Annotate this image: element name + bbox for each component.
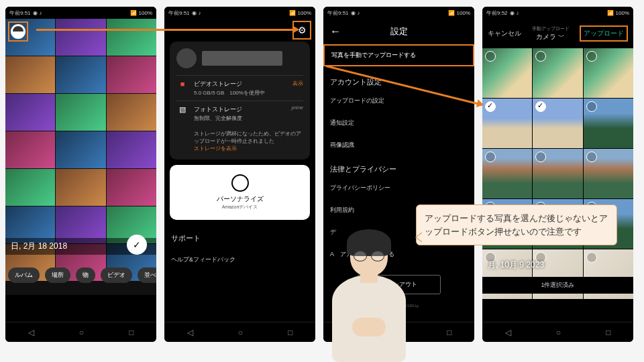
video-icon: ■ [176, 80, 189, 88]
select-circle[interactable] [485, 51, 496, 62]
photo-icon: ▧ [176, 105, 189, 114]
screen-1-gallery: 午前9:51◉♪ 📶100% 日, 2月 18 2018 ✓ ルバム 場所 物 [5, 7, 156, 342]
thumbnail[interactable] [56, 19, 105, 56]
fab-check[interactable]: ✓ [127, 235, 147, 255]
photo-cell[interactable] [482, 48, 532, 98]
username-redacted [202, 51, 282, 66]
filter-chip-album[interactable]: ルバム [8, 267, 40, 283]
upload-button[interactable]: アップロード [584, 29, 624, 37]
annotation-arrow-1 [36, 29, 298, 31]
speech-bubble: アップロードする写真を選んだ後じゃないとアップロードボタン押せないので注意です [416, 204, 617, 245]
select-circle[interactable] [535, 51, 546, 62]
android-navbar: ◁ ○ □ [482, 322, 633, 342]
nav-recent-icon[interactable]: □ [447, 328, 451, 337]
amazon-photos-icon[interactable] [11, 24, 25, 39]
battery: 100% [616, 10, 629, 16]
select-circle[interactable] [586, 51, 597, 62]
time: 午前9:51 [9, 9, 31, 17]
thumbnail[interactable] [107, 131, 156, 168]
select-circle[interactable] [586, 252, 597, 263]
photo-cell[interactable] [533, 149, 582, 198]
help-feedback-item[interactable]: ヘルプ&フィードバック [170, 249, 310, 271]
storage-warning-link[interactable]: ストレージを表示 [194, 145, 237, 152]
android-navbar: ◁ ○ □ [164, 322, 315, 342]
nav-home-icon[interactable]: ○ [556, 328, 561, 337]
cancel-button[interactable]: キャンセル [488, 29, 521, 38]
status-bar: 午前9:51◉♪ 📶100% [323, 7, 474, 19]
filter-chip-video[interactable]: ビデオ [101, 267, 132, 283]
battery: 100% [298, 10, 311, 16]
thumbnail[interactable] [107, 19, 156, 56]
nav-recent-icon[interactable]: □ [288, 328, 292, 337]
status-bar: 午前9:51◉♪ 📶100% [5, 7, 156, 19]
select-circle[interactable] [586, 152, 597, 162]
filter-row: ルバム 場所 物 ビデオ 並べ替え [5, 267, 156, 283]
upload-button-highlight: アップロード [580, 25, 628, 42]
thumbnail[interactable] [56, 94, 105, 131]
upload-settings-item[interactable]: アップロードの設定 [323, 90, 474, 112]
filter-chip-thing[interactable]: 物 [76, 267, 95, 283]
nav-recent-icon[interactable]: □ [606, 328, 610, 337]
privacy-policy-item[interactable]: プライバシーポリシー [323, 177, 474, 199]
time: 午前9:52 [486, 9, 508, 17]
image-recognition-item[interactable]: 画像認識 [323, 134, 474, 156]
video-storage-row[interactable]: ■ ビデオストレージ 5.0 GB/5 GB 100%を使用中 表示 [176, 75, 303, 101]
photo-cell[interactable] [533, 48, 582, 98]
personalize-title: パーソナライズ [176, 194, 303, 204]
video-storage-action[interactable]: 表示 [292, 80, 303, 87]
alexa-icon [231, 174, 249, 192]
select-circle[interactable] [586, 101, 597, 112]
thumbnail[interactable] [5, 131, 55, 168]
time: 午前9:51 [327, 9, 349, 17]
settings-title: 設定 [390, 25, 408, 38]
prime-badge: prime [291, 105, 303, 110]
manual-upload-highlight: 写真を手動でアップロードする [323, 44, 474, 66]
personalize-card[interactable]: パーソナライズ Amazonデバイス [170, 165, 310, 220]
video-storage-title: ビデオストレージ [194, 80, 287, 88]
select-circle[interactable] [485, 152, 496, 162]
thumbnail[interactable] [56, 131, 105, 168]
photo-cell[interactable] [482, 99, 532, 148]
picker-date-header: 月, 10月 9 2023 [482, 257, 549, 274]
nav-home-icon[interactable]: ○ [79, 328, 84, 337]
photo-cell[interactable] [584, 149, 633, 198]
thumbnail[interactable] [56, 56, 105, 93]
thumbnail[interactable] [107, 94, 156, 131]
source-dropdown[interactable]: カメラ ﹀ [532, 32, 570, 42]
nav-back-icon[interactable]: ◁ [28, 328, 34, 337]
photo-cell[interactable] [533, 99, 582, 148]
select-circle-checked[interactable] [535, 101, 546, 112]
filter-chip-sort[interactable]: 並べ替え [138, 267, 156, 283]
picker-subtitle: 手動アップロード [532, 25, 570, 32]
photo-storage-detail: 無制限、完全解像度 [194, 115, 286, 122]
back-arrow-icon[interactable]: ← [330, 25, 341, 38]
photo-cell[interactable] [584, 99, 633, 148]
status-bar: 午前9:52◉♪ 📶100% [482, 7, 633, 19]
photo-cell[interactable] [482, 149, 532, 198]
thumbnail[interactable] [5, 169, 55, 206]
photo-storage-row[interactable]: ▧ フォトストレージ 無制限、完全解像度 prime [176, 101, 303, 126]
app-icon-highlight [8, 21, 28, 42]
avatar [176, 48, 197, 68]
personalize-sub: Amazonデバイス [176, 204, 303, 210]
thumbnail[interactable] [107, 169, 156, 206]
photo-storage-title: フォトストレージ [194, 105, 286, 114]
thumbnail[interactable] [56, 169, 105, 206]
notification-settings-item[interactable]: 通知設定 [323, 112, 474, 134]
video-storage-detail: 5.0 GB/5 GB 100%を使用中 [194, 89, 287, 97]
select-circle[interactable] [535, 152, 546, 162]
battery: 100% [139, 10, 152, 16]
photo-cell[interactable] [584, 48, 633, 98]
nav-back-icon[interactable]: ◁ [505, 328, 511, 337]
filter-chip-place[interactable]: 場所 [45, 267, 70, 283]
nav-home-icon[interactable]: ○ [238, 328, 243, 337]
thumbnail[interactable] [5, 56, 55, 93]
battery: 100% [457, 10, 470, 16]
nav-back-icon[interactable]: ◁ [187, 328, 193, 337]
nav-recent-icon[interactable]: □ [129, 328, 133, 337]
thumbnail[interactable] [107, 56, 156, 93]
storage-warning: ストレージが満杯になったため、ビデオのアップロードが一時停止されました ストレー… [176, 126, 303, 153]
guide-character [312, 221, 426, 362]
thumbnail[interactable] [5, 94, 55, 131]
manual-upload-item[interactable]: 写真を手動でアップロードする [331, 52, 416, 58]
